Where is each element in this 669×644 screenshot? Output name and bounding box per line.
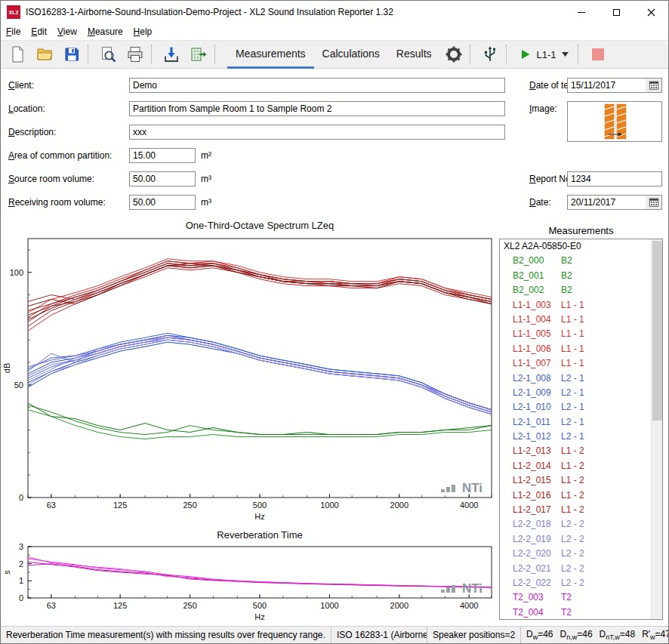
measurement-name: L1-1_005 (513, 327, 561, 341)
measurement-group: L2 - 2 (561, 547, 584, 561)
import-measurements-button[interactable] (158, 42, 185, 66)
list-item[interactable]: L1-1_005L1 - 1 (500, 327, 662, 341)
receiving-volume-input[interactable] (129, 195, 196, 210)
list-item[interactable]: B2_001B2 (500, 269, 662, 283)
gear-icon (445, 45, 463, 63)
save-project-button[interactable] (58, 42, 85, 66)
measurement-group: L2 - 2 (561, 517, 584, 532)
open-project-button[interactable] (31, 42, 58, 66)
list-item[interactable]: L1-2_017L1 - 2 (500, 503, 662, 517)
date-calendar-button[interactable] (646, 196, 661, 209)
svg-text:1000: 1000 (320, 501, 338, 510)
menu-file[interactable]: File (1, 24, 26, 39)
client-label: Client: (8, 78, 34, 93)
list-item[interactable]: L2-1_010L2 - 1 (500, 400, 662, 414)
measurement-name: L1-2_014 (513, 459, 561, 473)
print-preview-button[interactable] (94, 42, 122, 66)
list-item[interactable]: L2-1_011L2 - 1 (500, 415, 662, 430)
description-label: Description: (8, 125, 56, 140)
measurement-group: L2 - 1 (561, 415, 584, 430)
close-button[interactable] (634, 1, 668, 23)
menu-edit[interactable]: Edit (26, 24, 52, 39)
report-no-input[interactable] (567, 171, 662, 186)
client-input[interactable] (129, 78, 505, 93)
measurement-group: T2 (561, 590, 572, 605)
toolbar-separator (151, 45, 156, 64)
list-item[interactable]: T2_004T2 (500, 605, 662, 620)
list-item[interactable]: L1-1_006L1 - 1 (500, 342, 662, 356)
usb-connect-button[interactable] (476, 42, 504, 66)
window-title: ISO16283-1-Airborne-Sound-Insulation-Dem… (26, 7, 564, 17)
measurement-group: L1 - 1 (561, 327, 584, 341)
status-speaker-positions: Speaker positions=2 (427, 627, 521, 643)
scrollbar[interactable] (651, 239, 662, 619)
list-item[interactable]: L2-2_020L2 - 2 (500, 547, 662, 561)
date-of-test-calendar-button[interactable] (646, 79, 661, 92)
svg-text:s: s (2, 570, 11, 575)
list-item[interactable]: L1-2_014L1 - 2 (500, 459, 662, 473)
settings-button[interactable] (440, 42, 467, 66)
export-excel-button[interactable] (185, 42, 212, 66)
play-measurement-control[interactable]: L1-1 (513, 48, 575, 60)
record-status-indicator (592, 48, 604, 60)
list-item[interactable]: L2-2_021L2 - 2 (500, 562, 662, 576)
svg-text:NTi: NTi (462, 481, 482, 495)
list-item[interactable]: L2-2_022L2 - 2 (500, 576, 662, 590)
partition-image-box[interactable] (567, 101, 662, 142)
status-metrics: Dw=46 Dn,w=46 DnT,w=48 R'w=47 (521, 627, 668, 643)
area-label: Area of common partition: (8, 148, 112, 163)
measurement-name: L2-1_008 (513, 371, 561, 386)
svg-text:63: 63 (47, 601, 56, 610)
description-input[interactable] (129, 125, 505, 140)
location-input[interactable] (129, 101, 505, 116)
new-project-button[interactable] (4, 42, 31, 66)
measurement-group: L2 - 2 (561, 576, 584, 590)
tab-calculations[interactable]: Calculations (314, 40, 388, 69)
list-item[interactable]: T2_003T2 (500, 590, 662, 605)
minimize-button[interactable] (564, 1, 599, 23)
close-icon (647, 8, 655, 17)
maximize-button[interactable] (599, 1, 634, 23)
area-input[interactable] (129, 148, 196, 163)
svg-text:Reverberation Time: Reverberation Time (217, 529, 302, 541)
svg-text:One-Third-Octave Spectrum LZeq: One-Third-Octave Spectrum LZeq (186, 220, 334, 231)
list-item[interactable]: L1-1_003L1 - 1 (500, 298, 662, 313)
toolbar-separator (88, 45, 92, 64)
list-item[interactable]: B2_000B2 (500, 254, 662, 268)
print-button[interactable] (122, 42, 149, 66)
chevron-down-icon (562, 52, 569, 57)
svg-text:125: 125 (113, 501, 127, 510)
menu-view[interactable]: View (52, 24, 82, 39)
source-volume-input[interactable] (129, 171, 196, 186)
play-icon (519, 48, 532, 60)
list-item[interactable]: L1-1_004L1 - 1 (500, 313, 662, 327)
measurement-name: L2-2_022 (513, 576, 561, 590)
svg-text:dB: dB (2, 363, 11, 373)
list-item[interactable]: B2_002B2 (500, 283, 662, 297)
list-item[interactable]: L2-1_009L2 - 1 (500, 386, 662, 400)
list-item[interactable]: L1-2_013L1 - 2 (500, 444, 662, 458)
menu-measure[interactable]: Measure (82, 24, 128, 39)
printer-icon (126, 45, 144, 63)
list-item[interactable]: L1-1_007L1 - 1 (500, 356, 662, 371)
measurement-group: L1 - 2 (561, 444, 584, 458)
list-item[interactable]: L2-2_018L2 - 2 (500, 517, 662, 532)
list-item[interactable]: L2-1_008L2 - 1 (500, 371, 662, 386)
toolbar-separator (578, 45, 582, 64)
list-item[interactable]: L1-2_016L1 - 2 (500, 488, 662, 503)
measurement-name: L1-2_016 (513, 488, 561, 503)
list-item[interactable]: L2-2_019L2 - 2 (500, 532, 662, 547)
measurements-list: XL2 A2A-05850-E0 B2_000B2B2_001B2B2_002B… (499, 239, 663, 620)
svg-text:50: 50 (14, 381, 23, 390)
scrollbar-thumb[interactable] (652, 241, 662, 421)
tab-results[interactable]: Results (388, 40, 440, 69)
measurement-group: L1 - 2 (561, 503, 584, 517)
measurement-group: B2 (561, 283, 572, 297)
measurement-group: L2 - 2 (561, 532, 584, 547)
tab-measurements[interactable]: Measurements (227, 40, 314, 69)
toolbar-separator (214, 45, 219, 64)
list-item[interactable]: L2-1_012L2 - 1 (500, 430, 662, 444)
measurement-group: L1 - 1 (561, 298, 584, 313)
list-item[interactable]: L1-2_015L1 - 2 (500, 473, 662, 488)
menu-help[interactable]: Help (128, 24, 158, 39)
